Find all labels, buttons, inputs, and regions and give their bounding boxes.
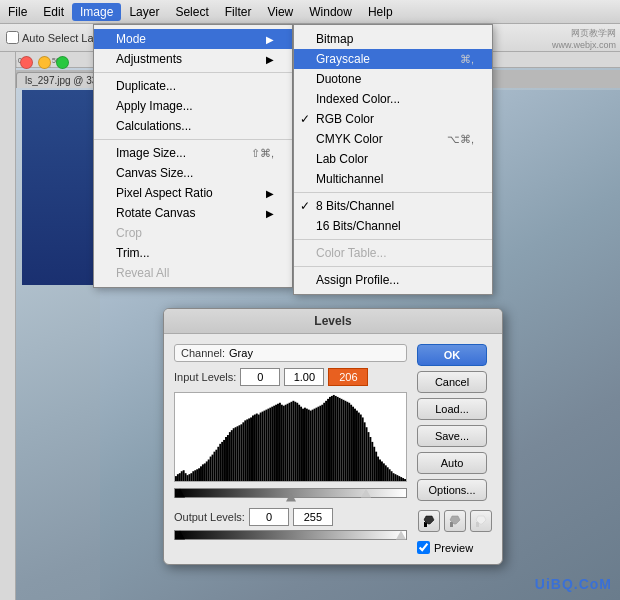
svg-rect-101: [354, 409, 356, 481]
eyedropper-gray-icon: [448, 514, 462, 528]
svg-rect-21: [200, 466, 202, 481]
menu-item-apply-image[interactable]: Apply Image...: [94, 96, 292, 116]
svg-rect-87: [327, 399, 329, 481]
menu-select[interactable]: Select: [167, 3, 216, 21]
gray-eyedropper[interactable]: [444, 510, 466, 532]
window-minimize-button[interactable]: [38, 56, 51, 69]
menu-item-pixel-aspect[interactable]: Pixel Aspect Ratio ▶: [94, 183, 292, 203]
cancel-button[interactable]: Cancel: [417, 371, 487, 393]
mode-16bit[interactable]: 16 Bits/Channel: [294, 216, 492, 236]
preview-label: Preview: [434, 542, 473, 554]
svg-rect-51: [258, 415, 260, 481]
mode-bitmap[interactable]: Bitmap: [294, 29, 492, 49]
svg-rect-117: [385, 465, 387, 481]
svg-rect-12: [183, 470, 185, 481]
output-white-slider[interactable]: [396, 531, 406, 540]
menu-window[interactable]: Window: [301, 3, 360, 21]
black-eyedropper[interactable]: [418, 510, 440, 532]
menu-item-reveal-all: Reveal All: [94, 263, 292, 283]
menu-file[interactable]: File: [0, 3, 35, 21]
menu-image[interactable]: Image: [72, 3, 121, 21]
input-level-mid[interactable]: [284, 368, 324, 386]
output-slider-track[interactable]: [174, 530, 407, 540]
mode-assign-profile[interactable]: Assign Profile...: [294, 270, 492, 290]
mode-grayscale[interactable]: Grayscale ⌘,: [294, 49, 492, 69]
input-level-white[interactable]: [328, 368, 368, 386]
black-point-slider[interactable]: [175, 489, 185, 498]
ok-button[interactable]: OK: [417, 344, 487, 366]
input-level-black[interactable]: [240, 368, 280, 386]
svg-rect-102: [356, 411, 358, 481]
window-maximize-button[interactable]: [56, 56, 69, 69]
menu-edit[interactable]: Edit: [35, 3, 72, 21]
svg-rect-124: [398, 476, 400, 481]
channel-row: Channel: Gray: [174, 344, 407, 362]
load-button[interactable]: Load...: [417, 398, 487, 420]
mode-8bit[interactable]: ✓ 8 Bits/Channel: [294, 196, 492, 216]
eyedropper-black-icon: [422, 514, 436, 528]
mode-indexed-color[interactable]: Indexed Color...: [294, 89, 492, 109]
menu-item-image-size[interactable]: Image Size... ⇧⌘,: [94, 143, 292, 163]
menu-item-duplicate[interactable]: Duplicate...: [94, 76, 292, 96]
white-point-slider[interactable]: [361, 489, 371, 498]
svg-rect-20: [198, 468, 200, 481]
auto-button[interactable]: Auto: [417, 452, 487, 474]
mode-cmyk[interactable]: CMYK Color ⌥⌘,: [294, 129, 492, 149]
save-button[interactable]: Save...: [417, 425, 487, 447]
svg-rect-29: [215, 450, 217, 481]
menu-item-mode[interactable]: Mode ▶: [94, 29, 292, 49]
mode-color-table: Color Table...: [294, 243, 492, 263]
mode-rgb[interactable]: ✓ RGB Color: [294, 109, 492, 129]
svg-rect-39: [235, 427, 237, 481]
svg-rect-85: [323, 403, 325, 481]
output-level-black[interactable]: [249, 508, 289, 526]
window-controls: [20, 56, 69, 69]
auto-select-checkbox[interactable]: [6, 31, 19, 44]
menu-help[interactable]: Help: [360, 3, 401, 21]
image-canvas: [22, 90, 97, 285]
menu-item-trim[interactable]: Trim...: [94, 243, 292, 263]
menu-item-calculations[interactable]: Calculations...: [94, 116, 292, 136]
svg-rect-113: [377, 457, 379, 481]
dialog-left-panel: Channel: Gray Input Levels:: [174, 344, 407, 554]
mode-duotone[interactable]: Duotone: [294, 69, 492, 89]
output-level-white[interactable]: [293, 508, 333, 526]
svg-rect-31: [219, 444, 221, 481]
svg-rect-112: [375, 452, 377, 481]
menu-item-canvas-size[interactable]: Canvas Size...: [94, 163, 292, 183]
output-slider-row[interactable]: [174, 530, 407, 544]
image-dropdown-menu: Mode ▶ Adjustments ▶ Duplicate... Apply …: [93, 24, 293, 288]
svg-rect-99: [350, 405, 352, 481]
svg-rect-70: [294, 402, 296, 481]
menu-item-rotate-canvas[interactable]: Rotate Canvas ▶: [94, 203, 292, 223]
menu-filter[interactable]: Filter: [217, 3, 260, 21]
mode-lab[interactable]: Lab Color: [294, 149, 492, 169]
menu-item-adjustments[interactable]: Adjustments ▶: [94, 49, 292, 69]
svg-rect-71: [296, 403, 298, 481]
svg-rect-97: [346, 402, 348, 481]
svg-rect-121: [393, 473, 395, 481]
svg-rect-15: [188, 474, 190, 481]
mode-multichannel[interactable]: Multichannel: [294, 169, 492, 189]
input-slider-track[interactable]: [174, 488, 407, 498]
svg-rect-64: [283, 406, 285, 481]
input-slider-row[interactable]: [174, 486, 407, 500]
menu-view[interactable]: View: [259, 3, 301, 21]
output-black-slider[interactable]: [175, 531, 185, 540]
eyedropper-row: [417, 510, 492, 532]
preview-row: Preview: [417, 541, 492, 554]
svg-rect-104: [360, 415, 362, 481]
white-eyedropper[interactable]: [470, 510, 492, 532]
mode-submenu: Bitmap Grayscale ⌘, Duotone Indexed Colo…: [293, 24, 493, 295]
preview-checkbox[interactable]: [417, 541, 430, 554]
eyedropper-white-icon: [474, 514, 488, 528]
svg-rect-36: [229, 432, 231, 481]
svg-rect-53: [262, 412, 264, 481]
menu-layer[interactable]: Layer: [121, 3, 167, 21]
window-close-button[interactable]: [20, 56, 33, 69]
svg-rect-77: [308, 410, 310, 481]
svg-rect-45: [246, 419, 248, 481]
midtone-slider[interactable]: [286, 493, 296, 502]
options-button[interactable]: Options...: [417, 479, 487, 501]
svg-rect-89: [331, 396, 333, 481]
